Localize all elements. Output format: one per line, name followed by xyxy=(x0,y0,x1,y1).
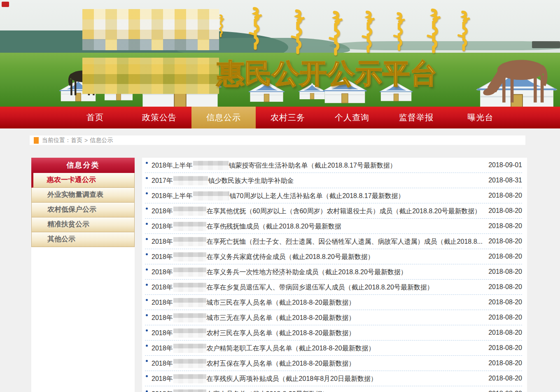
censored-text-block xyxy=(173,206,206,216)
bullet-icon xyxy=(146,238,148,240)
announcement-date: 2018-08-20 xyxy=(488,268,522,275)
announcement-date: 2018-08-20 xyxy=(488,299,522,306)
announcement-date: 2018-09-01 xyxy=(488,161,522,169)
announcement-list: 2018年上半年镇蒙授寄宿生生活补助名单（截止2018.8.17号最新数据） 2… xyxy=(142,158,527,392)
bullet-icon xyxy=(146,284,148,286)
main-nav: 首页政策公告信息公示农村三务个人查询监督举报曝光台 xyxy=(0,107,560,128)
list-item: 2018年在享残疾人两项补贴成员（截止2018年8月20日最新数据） 2018-… xyxy=(145,371,522,386)
announcement-link[interactable]: 2018年在享义务兵家庭优待金成员（截止2018.8.20号最新数据） xyxy=(152,252,483,261)
list-item: 2018年在享义务兵家庭优待金成员（截止2018.8.20号最新数据） 2018… xyxy=(145,249,522,264)
bullet-icon xyxy=(146,360,148,362)
site-title: 惠民公开公示平台 xyxy=(217,55,438,92)
mongolian-script-icon xyxy=(288,8,307,54)
bullet-icon xyxy=(146,268,148,271)
announcement-link[interactable]: 2018年在享残疾人两项补贴成员（截止2018年8月20日最新数据） xyxy=(152,374,483,383)
breadcrumb-home-link[interactable]: 首页 xyxy=(71,137,82,144)
announcement-link[interactable]: 2018年在享其他优抚（60周岁以上（含60周岁）农村籍退役士兵）成员（截止20… xyxy=(152,206,483,216)
censored-block xyxy=(82,9,219,50)
mongolian-script-icon xyxy=(390,12,408,51)
nav-tab-信息公示[interactable]: 信息公示 xyxy=(191,107,256,128)
announcement-date: 2018-08-20 xyxy=(488,283,522,291)
censored-text-block xyxy=(173,176,208,185)
list-item: 2018年农户精简老职工在享人员名单（截止2018-8-20最新数据） 2018… xyxy=(145,341,522,356)
horse-icon xyxy=(477,49,559,106)
censored-text-block xyxy=(173,237,206,246)
bullet-icon xyxy=(146,345,148,347)
nav-tab-曝光台[interactable]: 曝光台 xyxy=(448,107,513,128)
announcement-link[interactable]: 2018年在享义务兵一次性地方经济补助金成员（截止2018.8.20号最新数据） xyxy=(152,267,483,277)
breadcrumb-label: 当前位置： xyxy=(42,137,71,144)
sidebar-title: 信息分类 xyxy=(31,158,135,173)
mongolian-script-icon xyxy=(455,10,472,51)
nav-tab-政策公告[interactable]: 政策公告 xyxy=(127,107,191,128)
announcement-date: 2018-08-31 xyxy=(488,177,522,184)
censored-text-block xyxy=(173,313,206,322)
announcement-date: 2018-08-20 xyxy=(488,253,522,260)
announcement-date: 2018-08-20 xyxy=(488,390,522,392)
breadcrumb-separator: > xyxy=(84,137,88,144)
censored-text-block xyxy=(173,252,206,261)
censored-text-block xyxy=(173,298,206,307)
announcement-link[interactable]: 2018年在享死亡抚恤（烈士子女、烈士遗属、因公牺牲军人遗属、病故军人遗属）成员… xyxy=(152,237,483,246)
bullet-icon xyxy=(146,314,148,316)
announcement-link[interactable]: 2018年上半年镇蒙授寄宿生生活补助名单（截止2018.8.17号最新数据） xyxy=(152,161,483,170)
announcement-link[interactable]: 2018年在享伤残抚恤成员（截止2018.8.20号最新数据 xyxy=(152,222,483,231)
breadcrumb: 当前位置： 首页 > 信息公示 xyxy=(30,135,525,145)
sidebar-item[interactable]: 其他公示 xyxy=(31,232,135,247)
bullet-icon xyxy=(146,177,148,179)
list-item: 2018年城市三无在享人员名单（截止2018-8-20最新数据） 2018-08… xyxy=(145,310,522,325)
nav-spacer xyxy=(0,107,63,128)
announcement-link[interactable]: 2018年城市三民在享人员名单（截止2018-8-20最新数据） xyxy=(152,298,483,307)
announcement-link[interactable]: 2018年农村五保在享人员名单（截止2018-8-20最新数据） xyxy=(152,359,483,368)
censored-text-block xyxy=(173,359,206,368)
announcement-date: 2018-08-20 xyxy=(488,192,522,199)
censored-text-block xyxy=(173,222,206,231)
list-item: 2017年镇少数民族大学生助学补助金 2018-08-31 xyxy=(145,173,522,188)
list-item: 2018年在享在乡复员退伍军人、带病回乡退伍军人成员（截止2018.8.20号最… xyxy=(145,280,522,295)
censored-text-block xyxy=(173,343,206,353)
content-area: 信息分类 惠农一卡通公示外业实物量调查表农村低保户公示精准扶贫公示其他公示 20… xyxy=(31,158,527,392)
category-sidebar: 信息分类 惠农一卡通公示外业实物量调查表农村低保户公示精准扶贫公示其他公示 xyxy=(31,158,135,392)
announcement-link[interactable]: 2018年城市三无在享人员名单（截止2018-8-20最新数据） xyxy=(152,313,483,322)
sidebar-item[interactable]: 农村低保户公示 xyxy=(31,203,135,217)
censored-text-block xyxy=(173,374,206,383)
announcement-date: 2018-08-20 xyxy=(488,375,522,382)
announcement-link[interactable]: 2017年镇少数民族大学生助学补助金 xyxy=(152,176,483,185)
list-item: 2018年上半年镇70周岁以上老人生活补贴名单（截止2018.8.17最新数据）… xyxy=(145,188,522,203)
announcement-date: 2018-08-20 xyxy=(488,238,522,245)
list-item: 2018年在享死亡抚恤（烈士子女、烈士遗属、因公牺牲军人遗属、病故军人遗属）成员… xyxy=(145,234,522,249)
nav-tab-个人查询[interactable]: 个人查询 xyxy=(320,107,384,128)
censored-text-block xyxy=(193,191,229,201)
mongolian-script-icon xyxy=(246,6,264,50)
bullet-icon xyxy=(146,223,148,225)
announcement-date: 2018-08-20 xyxy=(488,222,522,230)
mongolian-script-icon xyxy=(359,10,377,53)
bullet-icon xyxy=(146,162,148,164)
sidebar-item[interactable]: 精准扶贫公示 xyxy=(31,217,135,232)
announcement-link[interactable]: 2018年在享人员名单（截止2018-8-20最新数据） xyxy=(152,389,483,392)
announcement-link[interactable]: 2018年在享在乡复员退伍军人、带病回乡退伍军人成员（截止2018.8.20号最… xyxy=(152,282,483,292)
mongolian-script-icon xyxy=(424,7,443,54)
announcement-link[interactable]: 2018年农户精简老职工在享人员名单（截止2018-8-20最新数据） xyxy=(152,343,483,353)
censored-text-block xyxy=(193,161,229,170)
nav-tab-农村三务[interactable]: 农村三务 xyxy=(256,107,320,128)
announcement-link[interactable]: 2018年农村三民在享人员名单（截止2018-8-20最新数据） xyxy=(152,328,483,338)
bullet-icon xyxy=(146,299,148,301)
censored-block xyxy=(82,58,219,94)
list-item: 2018年在享义务兵一次性地方经济补助金成员（截止2018.8.20号最新数据）… xyxy=(145,264,522,280)
list-item: 2018年上半年镇蒙授寄宿生生活补助名单（截止2018.8.17号最新数据） 2… xyxy=(145,158,522,173)
sidebar-item[interactable]: 惠农一卡通公示 xyxy=(31,173,135,188)
censored-text-block xyxy=(173,328,206,338)
announcement-link[interactable]: 2018年上半年镇70周岁以上老人生活补贴名单（截止2018.8.17最新数据） xyxy=(152,191,483,201)
breadcrumb-marker-icon xyxy=(34,137,39,144)
sidebar-item[interactable]: 外业实物量调查表 xyxy=(31,188,135,203)
list-item: 2018年城市三民在享人员名单（截止2018-8-20最新数据） 2018-08… xyxy=(145,295,522,310)
list-item: 2018年在享伤残抚恤成员（截止2018.8.20号最新数据 2018-08-2… xyxy=(145,219,522,234)
distant-buildings xyxy=(532,41,560,48)
bullet-icon xyxy=(146,329,148,331)
list-item: 2018年农村五保在享人员名单（截止2018-8-20最新数据） 2018-08… xyxy=(145,356,522,371)
nav-tab-首页[interactable]: 首页 xyxy=(63,107,127,128)
nav-tab-监督举报[interactable]: 监督举报 xyxy=(384,107,448,128)
bullet-icon xyxy=(146,208,148,210)
announcement-date: 2018-08-20 xyxy=(488,314,522,321)
